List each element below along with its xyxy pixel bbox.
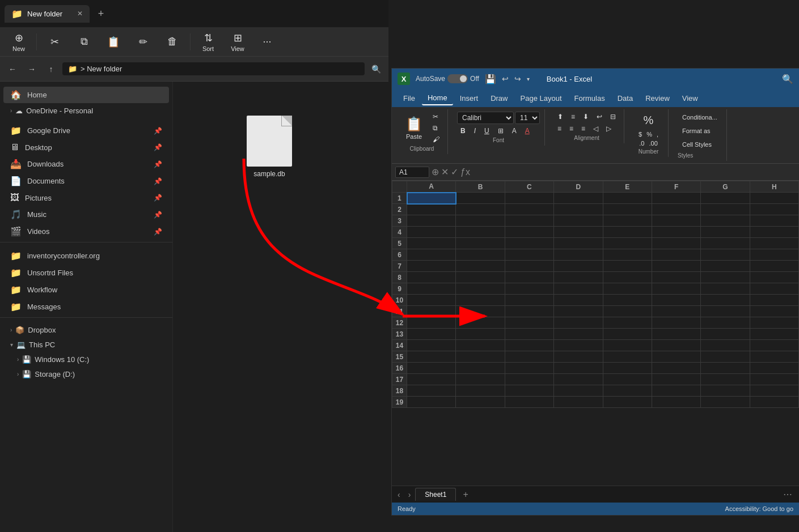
column-header-a[interactable]: A bbox=[407, 181, 456, 193]
conditional-formatting-button[interactable]: Conditiona... bbox=[678, 112, 722, 123]
cell-C9[interactable] bbox=[505, 283, 553, 295]
row-header-10[interactable]: 10 bbox=[392, 295, 407, 306]
format-painter-button[interactable]: 🖌 bbox=[429, 134, 443, 144]
cell-E8[interactable] bbox=[603, 272, 652, 283]
align-top-button[interactable]: ⬆ bbox=[554, 112, 567, 122]
cell-B2[interactable] bbox=[456, 204, 505, 215]
cell-G14[interactable] bbox=[701, 340, 750, 351]
paste-button[interactable]: 📋 Paste bbox=[401, 114, 427, 142]
cell-D12[interactable] bbox=[554, 317, 603, 329]
currency-button[interactable]: $ bbox=[637, 130, 644, 138]
menu-review[interactable]: Review bbox=[640, 92, 675, 105]
undo-button[interactable]: ↩ bbox=[502, 74, 509, 83]
percent-button[interactable]: % bbox=[645, 130, 654, 138]
italic-button[interactable]: I bbox=[471, 126, 479, 136]
sidebar-item-videos[interactable]: 🎬 Videos 📌 bbox=[3, 223, 169, 240]
new-tab-button[interactable]: + bbox=[92, 5, 110, 23]
cell-H6[interactable] bbox=[750, 249, 798, 261]
add-sheet-button[interactable]: + bbox=[457, 487, 474, 502]
cell-E11[interactable] bbox=[603, 306, 652, 317]
cell-D18[interactable] bbox=[554, 385, 603, 397]
cell-D6[interactable] bbox=[554, 249, 603, 261]
rename-button[interactable]: ✏ bbox=[129, 33, 157, 50]
sidebar-item-unsorted[interactable]: 📁 Unsortrd Files bbox=[3, 265, 169, 281]
cell-C19[interactable] bbox=[505, 397, 553, 408]
save-button[interactable]: 💾 bbox=[485, 74, 496, 84]
cell-G11[interactable] bbox=[701, 306, 750, 317]
formula-input[interactable] bbox=[472, 168, 796, 176]
cell-G18[interactable] bbox=[701, 385, 750, 397]
copy-button[interactable]: ⧉ bbox=[70, 33, 98, 50]
cell-H13[interactable] bbox=[750, 329, 798, 340]
cell-H18[interactable] bbox=[750, 385, 798, 397]
cell-H9[interactable] bbox=[750, 283, 798, 295]
sidebar-item-windows[interactable]: › 💾 Windows 10 (C:) bbox=[3, 352, 169, 367]
align-middle-button[interactable]: ≡ bbox=[568, 112, 578, 122]
row-header-9[interactable]: 9 bbox=[392, 283, 407, 295]
cell-A5[interactable] bbox=[407, 238, 456, 249]
cell-D2[interactable] bbox=[554, 204, 603, 215]
column-header-c[interactable]: C bbox=[505, 181, 553, 193]
cell-G10[interactable] bbox=[701, 295, 750, 306]
autosave-toggle[interactable]: AutoSave Off bbox=[416, 74, 479, 83]
cell-A2[interactable] bbox=[407, 204, 456, 215]
font-family-select[interactable]: Calibri bbox=[457, 112, 514, 124]
select-all-button[interactable] bbox=[392, 181, 407, 193]
cell-H2[interactable] bbox=[750, 204, 798, 215]
cell-D19[interactable] bbox=[554, 397, 603, 408]
cell-H11[interactable] bbox=[750, 306, 798, 317]
cell-A9[interactable] bbox=[407, 283, 456, 295]
cell-F16[interactable] bbox=[652, 363, 700, 374]
cell-G5[interactable] bbox=[701, 238, 750, 249]
cell-C16[interactable] bbox=[505, 363, 553, 374]
cell-F19[interactable] bbox=[652, 397, 700, 408]
cell-reference-input[interactable] bbox=[395, 167, 429, 178]
row-header-17[interactable]: 17 bbox=[392, 374, 407, 385]
cell-B19[interactable] bbox=[456, 397, 505, 408]
cell-F2[interactable] bbox=[652, 204, 700, 215]
search-button[interactable]: 🔍 bbox=[368, 61, 384, 77]
cell-C14[interactable] bbox=[505, 340, 553, 351]
cell-G15[interactable] bbox=[701, 351, 750, 363]
sheet-more-button[interactable]: ⋯ bbox=[779, 487, 797, 502]
cell-F11[interactable] bbox=[652, 306, 700, 317]
cell-E7[interactable] bbox=[603, 261, 652, 272]
cell-G16[interactable] bbox=[701, 363, 750, 374]
autosave-pill[interactable] bbox=[447, 74, 468, 83]
cell-B1[interactable] bbox=[456, 193, 505, 204]
cell-H12[interactable] bbox=[750, 317, 798, 329]
cell-E14[interactable] bbox=[603, 340, 652, 351]
cell-C10[interactable] bbox=[505, 295, 553, 306]
cell-E12[interactable] bbox=[603, 317, 652, 329]
cell-A4[interactable] bbox=[407, 227, 456, 238]
cell-E2[interactable] bbox=[603, 204, 652, 215]
sidebar-item-desktop[interactable]: 🖥 Desktop 📌 bbox=[3, 139, 169, 155]
cell-F14[interactable] bbox=[652, 340, 700, 351]
row-header-1[interactable]: 1 bbox=[392, 193, 407, 204]
column-header-d[interactable]: D bbox=[554, 181, 603, 193]
menu-view[interactable]: View bbox=[677, 92, 704, 105]
cell-G9[interactable] bbox=[701, 283, 750, 295]
cell-A14[interactable] bbox=[407, 340, 456, 351]
cut-button[interactable]: ✂ bbox=[40, 33, 69, 50]
cell-F12[interactable] bbox=[652, 317, 700, 329]
copy-button[interactable]: ⧉ bbox=[429, 123, 443, 133]
cell-H10[interactable] bbox=[750, 295, 798, 306]
cell-E6[interactable] bbox=[603, 249, 652, 261]
cell-B16[interactable] bbox=[456, 363, 505, 374]
row-header-12[interactable]: 12 bbox=[392, 317, 407, 329]
redo-button[interactable]: ↪ bbox=[514, 74, 521, 83]
sidebar-item-storage[interactable]: › 💾 Storage (D:) bbox=[3, 367, 169, 381]
increase-decimal-button[interactable]: .00 bbox=[647, 139, 659, 147]
font-color-button[interactable]: A bbox=[522, 126, 533, 136]
sidebar-item-pictures[interactable]: 🖼 Pictures 📌 bbox=[3, 190, 169, 206]
cell-F1[interactable] bbox=[652, 193, 700, 204]
cell-A3[interactable] bbox=[407, 215, 456, 227]
cell-F15[interactable] bbox=[652, 351, 700, 363]
cell-F5[interactable] bbox=[652, 238, 700, 249]
forward-button[interactable]: → bbox=[24, 61, 40, 77]
cell-H17[interactable] bbox=[750, 374, 798, 385]
sheet-prev-button[interactable]: ‹ bbox=[394, 489, 404, 500]
cell-D1[interactable] bbox=[554, 193, 603, 204]
cell-H7[interactable] bbox=[750, 261, 798, 272]
